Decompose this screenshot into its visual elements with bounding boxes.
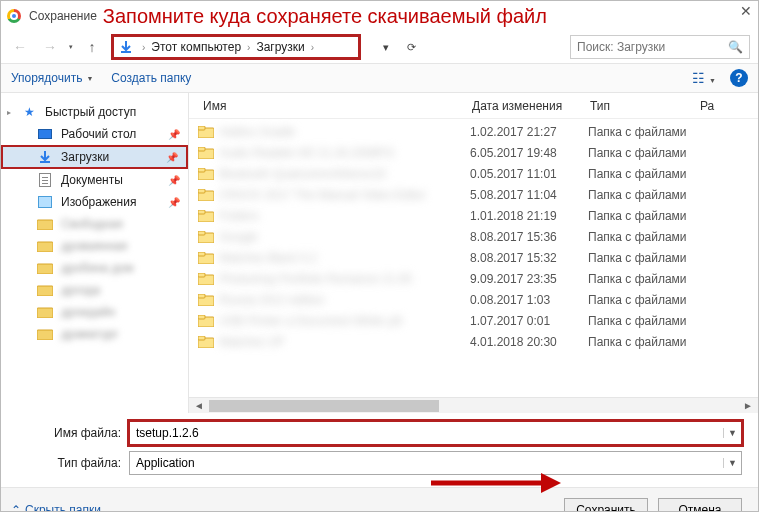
pin-icon: 📌 — [166, 152, 178, 163]
table-row[interactable]: Matches Black 5.28.08.2017 15:32Папка с … — [197, 247, 750, 268]
folder-icon — [197, 334, 215, 350]
filename-input[interactable] — [130, 426, 723, 440]
sidebar-item-images[interactable]: Изображения 📌 — [1, 191, 188, 213]
col-type[interactable]: Тип — [590, 99, 700, 113]
hide-folders-button[interactable]: ⌃ Скрыть папки — [11, 503, 101, 512]
filetype-label: Тип файла: — [41, 456, 121, 470]
scroll-left-icon[interactable]: ◄ — [191, 400, 207, 411]
file-date: 1.07.2017 0:01 — [470, 314, 588, 328]
help-button[interactable]: ? — [730, 69, 748, 87]
address-bar-row: ← → ▾ ↑ › Этот компьютер › Загрузки › ▾ … — [1, 31, 758, 63]
folder-icon — [37, 216, 53, 232]
crumb-this-pc[interactable]: Этот компьютер — [149, 40, 243, 54]
history-dropdown[interactable]: ▾ — [69, 43, 73, 51]
crumb-downloads[interactable]: Загрузки — [254, 40, 306, 54]
file-name: Google — [219, 230, 470, 244]
titlebar: Сохранение Запомните куда сохраняете ска… — [1, 1, 758, 31]
file-date: 9.09.2017 23:35 — [470, 272, 588, 286]
sidebar-item-blur[interactable]: дробина дом — [1, 257, 188, 279]
chevron-right-icon[interactable]: › — [307, 42, 318, 53]
chevron-down-icon: ▼ — [86, 75, 93, 82]
images-icon — [37, 194, 53, 210]
search-input[interactable] — [577, 40, 728, 54]
col-name[interactable]: Имя — [197, 99, 472, 113]
up-button[interactable]: ↑ — [81, 36, 103, 58]
table-row[interactable]: CRACK 2017 The Manual Video Editor5.08.2… — [197, 184, 750, 205]
file-name: Photoshop Portfolio Romance 21.05 — [219, 272, 470, 286]
table-row[interactable]: Photoshop Portfolio Romance 21.059.09.20… — [197, 268, 750, 289]
back-button[interactable]: ← — [9, 36, 31, 58]
file-date: 0.08.2017 1:03 — [470, 293, 588, 307]
cancel-button[interactable]: Отмена — [658, 498, 742, 512]
table-row[interactable]: Russia 2012 edition0.08.2017 1:03Папка с… — [197, 289, 750, 310]
search-box[interactable]: 🔍 — [570, 35, 750, 59]
file-date: 8.08.2017 15:36 — [470, 230, 588, 244]
filename-input-wrap: ▼ — [129, 421, 742, 445]
scroll-right-icon[interactable]: ► — [740, 400, 756, 411]
filetype-value[interactable] — [130, 456, 723, 470]
file-type: Папка с файлами — [588, 167, 718, 181]
svg-rect-4 — [37, 264, 53, 274]
sidebar-item-blur[interactable]: дрозда — [1, 279, 188, 301]
sidebar-item-blur[interactable]: драматург — [1, 323, 188, 345]
close-button[interactable]: ✕ — [740, 3, 752, 19]
table-row[interactable]: USB Printer a Document Writer p61.07.201… — [197, 310, 750, 331]
sidebar-label: драматург — [61, 327, 119, 341]
file-name: Matches UP — [219, 335, 470, 349]
sidebar-item-documents[interactable]: Документы 📌 — [1, 169, 188, 191]
horizontal-scrollbar[interactable]: ◄ ► — [189, 397, 758, 413]
sidebar-item-blur[interactable]: Свободная — [1, 213, 188, 235]
table-row[interactable]: Folders1.01.2018 21:19Папка с файлами — [197, 205, 750, 226]
table-row[interactable]: Bluetooth QualcommAtheros100.05.2017 11:… — [197, 163, 750, 184]
folder-icon — [197, 313, 215, 329]
table-row[interactable]: Google8.08.2017 15:36Папка с файлами — [197, 226, 750, 247]
file-date: 5.08.2017 11:04 — [470, 188, 588, 202]
file-type: Папка с файлами — [588, 314, 718, 328]
file-date: 1.01.2018 21:19 — [470, 209, 588, 223]
chevron-right-icon[interactable]: › — [243, 42, 254, 53]
search-icon[interactable]: 🔍 — [728, 40, 743, 54]
sidebar-label: Свободная — [61, 217, 123, 231]
table-row[interactable]: Audio Realtek HD 21.34.2009FG6.05.2017 1… — [197, 142, 750, 163]
table-row[interactable]: Addins Gradle1.02.2017 21:27Папка с файл… — [197, 121, 750, 142]
desktop-icon — [37, 126, 53, 142]
content-split: ★ Быстрый доступ Рабочий стол 📌 Загрузки… — [1, 93, 758, 413]
filename-dropdown[interactable]: ▼ — [723, 428, 741, 438]
sidebar-label: Быстрый доступ — [45, 105, 136, 119]
col-size[interactable]: Ра — [700, 99, 750, 113]
file-type: Папка с файлами — [588, 230, 718, 244]
forward-button[interactable]: → — [39, 36, 61, 58]
filetype-combo[interactable]: ▼ — [129, 451, 742, 475]
table-row[interactable]: Matches UP4.01.2018 20:30Папка с файлами — [197, 331, 750, 352]
svg-rect-1 — [40, 161, 50, 163]
folder-icon — [197, 292, 215, 308]
folder-icon — [197, 166, 215, 182]
file-type: Папка с файлами — [588, 209, 718, 223]
breadcrumb[interactable]: › Этот компьютер › Загрузки › — [111, 34, 361, 60]
sidebar-item-desktop[interactable]: Рабочий стол 📌 — [1, 123, 188, 145]
chevron-right-icon[interactable]: › — [138, 42, 149, 53]
view-options-button[interactable]: ☷ ▼ — [692, 70, 716, 86]
sidebar-item-blur[interactable]: дроидайн — [1, 301, 188, 323]
file-type: Папка с файлами — [588, 188, 718, 202]
new-folder-button[interactable]: Создать папку — [111, 71, 191, 85]
sidebar-quick-access[interactable]: ★ Быстрый доступ — [1, 101, 188, 123]
folder-icon — [197, 124, 215, 140]
svg-rect-9 — [198, 126, 205, 130]
sidebar-item-blur[interactable]: дроваянная — [1, 235, 188, 257]
sidebar-item-downloads[interactable]: Загрузки 📌 — [1, 145, 188, 169]
filetype-dropdown[interactable]: ▼ — [723, 458, 741, 468]
address-dropdown[interactable]: ▾ — [375, 36, 397, 58]
file-name: CRACK 2017 The Manual Video Editor — [219, 188, 470, 202]
svg-rect-3 — [37, 242, 53, 252]
file-type: Папка с файлами — [588, 125, 718, 139]
organize-button[interactable]: Упорядочить ▼ — [11, 71, 93, 85]
svg-rect-15 — [198, 189, 205, 193]
folder-icon — [37, 260, 53, 276]
save-button[interactable]: Сохранить — [564, 498, 648, 512]
refresh-button[interactable]: ⟳ — [400, 36, 422, 58]
file-type: Папка с файлами — [588, 335, 718, 349]
col-date[interactable]: Дата изменения — [472, 99, 590, 113]
scroll-thumb[interactable] — [209, 400, 439, 412]
downloads-icon — [37, 149, 53, 165]
